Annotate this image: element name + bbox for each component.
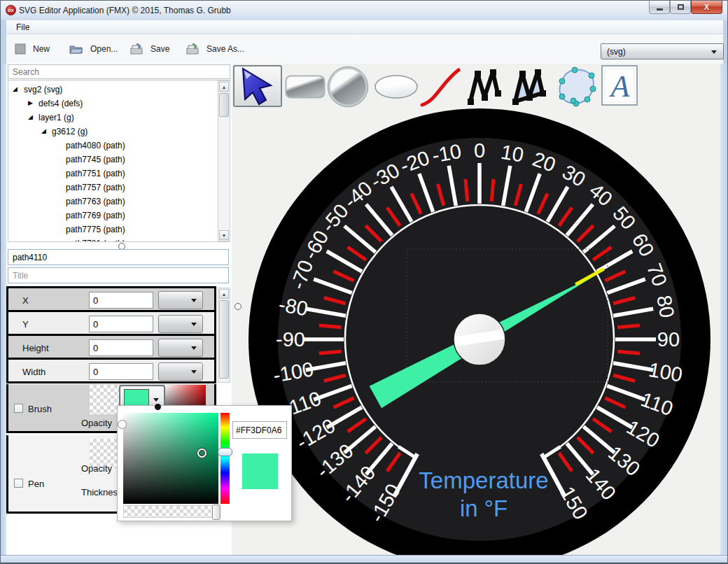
unit-combo[interactable] — [158, 291, 203, 309]
property-value-input[interactable] — [89, 363, 153, 380]
scroll-up-icon[interactable]: ▲ — [219, 289, 229, 299]
property-label: X — [22, 295, 29, 306]
brush-checkbox[interactable] — [14, 404, 23, 413]
curve-tool[interactable] — [419, 66, 462, 110]
select-tool[interactable] — [233, 65, 282, 107]
tree-item[interactable]: path7751 (path) — [8, 167, 211, 181]
tree-item[interactable]: ◢svg2 (svg) — [8, 83, 211, 97]
tree-item[interactable]: path7775 (path) — [8, 223, 211, 237]
pen-label: Pen — [28, 479, 44, 489]
color-cursor[interactable] — [197, 449, 206, 458]
property-row: Y — [8, 312, 214, 336]
rounded-rect-icon — [285, 75, 326, 99]
property-scrollbar[interactable]: ▲ — [218, 288, 230, 383]
titlebar[interactable]: DX SVG Editor Application (FMX) © 2015, … — [1, 1, 728, 20]
text-tool-icon: A — [601, 65, 638, 106]
app-icon: DX — [6, 5, 16, 15]
property-grid: XYHeightWidth — [6, 286, 216, 383]
ellipse-tool[interactable] — [374, 74, 419, 102]
pen-checkbox[interactable] — [14, 479, 23, 488]
minimize-button[interactable] — [649, 1, 670, 14]
pen-opacity-label: Opacity — [81, 463, 112, 474]
alpha-slider-thumb[interactable] — [212, 505, 220, 520]
ellipse-icon — [374, 74, 419, 99]
new-label: New — [33, 44, 50, 54]
property-scroll-thumb[interactable] — [219, 300, 229, 379]
element-title-field[interactable] — [8, 267, 229, 283]
drawing-canvas[interactable]: -150-140-130-120-110-100-90-80-70-60-50-… — [232, 64, 720, 555]
polyline-icon — [465, 66, 504, 107]
curve-icon — [419, 66, 462, 107]
tree-item-label: path7781 (path) — [66, 239, 125, 242]
format-combo-value: (svg) — [607, 47, 626, 57]
save-button[interactable]: Save — [125, 38, 174, 59]
svg-text:A: A — [609, 69, 631, 104]
saturation-brightness-area[interactable] — [123, 413, 218, 504]
gauge-tick-label: 10 — [499, 141, 525, 167]
collapse-icon[interactable]: ◢ — [28, 113, 33, 120]
hex-color-input[interactable] — [232, 421, 287, 439]
window-border-left — [1, 64, 6, 555]
property-value-input[interactable] — [89, 316, 153, 332]
main-toolbar: New Open... Save Sav — [6, 34, 723, 64]
save-as-label: Save As... — [206, 44, 244, 54]
scroll-up-icon[interactable]: ▲ — [219, 82, 229, 92]
menubar: File — [6, 20, 723, 34]
tree-item[interactable]: ◢layer1 (g) — [8, 111, 211, 125]
hue-slider[interactable] — [220, 413, 230, 504]
circle-icon — [327, 66, 369, 108]
cursor-arrow-icon — [234, 66, 281, 106]
tree-item[interactable]: ▶defs4 (defs) — [8, 97, 211, 111]
property-value-input[interactable] — [89, 339, 153, 356]
path-tool[interactable] — [552, 66, 597, 111]
tree-item[interactable]: path7769 (path) — [8, 209, 211, 223]
window-title: SVG Editor Application (FMX) © 2015, Tho… — [19, 6, 231, 15]
search-input[interactable] — [8, 64, 230, 79]
scroll-down-icon[interactable]: ▼ — [219, 230, 229, 240]
element-tree[interactable]: ◢svg2 (svg)▶defs4 (defs)◢layer1 (g)◢g361… — [8, 80, 230, 242]
expand-icon[interactable]: ▶ — [28, 99, 33, 106]
unit-combo[interactable] — [158, 362, 203, 381]
format-combo[interactable]: (svg) — [601, 43, 724, 59]
property-value-input[interactable] — [89, 292, 153, 309]
gauge-tick-label: -90 — [276, 328, 305, 351]
tree-item[interactable]: path7757 (path) — [8, 181, 211, 195]
collapse-icon[interactable]: ◢ — [13, 85, 18, 92]
hue-slider-thumb[interactable] — [218, 448, 232, 456]
rounded-rect-tool[interactable] — [285, 75, 326, 101]
maximize-button[interactable] — [670, 1, 691, 14]
save-icon — [130, 43, 144, 55]
brush-opacity-slider-thumb[interactable] — [118, 420, 127, 429]
tree-item[interactable]: path4080 (path) — [8, 139, 211, 153]
open-button[interactable]: Open... — [65, 38, 122, 59]
property-row: Height — [8, 336, 214, 360]
polygon-tool[interactable] — [510, 66, 549, 110]
text-tool[interactable]: A — [601, 65, 638, 108]
tree-scrollbar[interactable]: ▲ ▼ — [218, 80, 230, 241]
close-button[interactable]: X — [691, 1, 722, 14]
alpha-slider[interactable] — [123, 505, 218, 518]
panel-splitter-handle[interactable] — [234, 303, 241, 310]
gauge-artwork[interactable]: -150-140-130-120-110-100-90-80-70-60-50-… — [232, 64, 720, 555]
gradient-stop-handle[interactable] — [155, 404, 161, 410]
element-id-field[interactable] — [8, 249, 229, 265]
tree-item[interactable]: ◢g3612 (g) — [8, 125, 211, 139]
unit-combo[interactable] — [158, 315, 203, 333]
new-button[interactable]: New — [10, 38, 54, 59]
color-picker-popup — [117, 405, 292, 521]
collapse-icon[interactable]: ◢ — [41, 127, 46, 134]
menu-file[interactable]: File — [12, 22, 34, 33]
chevron-down-icon — [191, 299, 197, 302]
tree-item[interactable]: path7781 (path) — [8, 237, 211, 242]
polyline-tool[interactable] — [465, 66, 504, 110]
save-as-icon — [186, 43, 200, 55]
unit-combo[interactable] — [158, 339, 203, 357]
close-icon: X — [704, 3, 709, 11]
tree-item[interactable]: path7745 (path) — [8, 153, 211, 167]
tree-item-label: layer1 (g) — [38, 113, 74, 122]
picked-color-swatch — [242, 453, 278, 489]
tree-scroll-thumb[interactable] — [219, 93, 229, 117]
circle-tool[interactable] — [327, 66, 369, 111]
tree-item[interactable]: path7763 (path) — [8, 195, 211, 209]
save-as-button[interactable]: Save As... — [181, 38, 248, 59]
